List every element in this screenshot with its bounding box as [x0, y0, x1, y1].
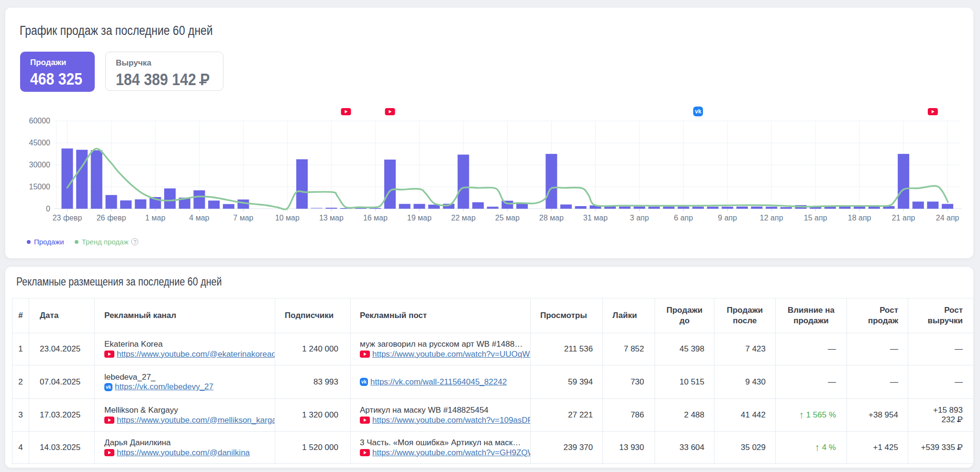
svg-text:13 мар: 13 мар: [319, 214, 344, 222]
svg-text:31 мар: 31 мар: [583, 214, 608, 222]
svg-text:vk: vk: [361, 379, 367, 384]
svg-text:45000: 45000: [29, 139, 51, 147]
svg-text:23 февр: 23 февр: [53, 214, 82, 222]
svg-text:3 апр: 3 апр: [630, 214, 649, 222]
svg-text:30000: 30000: [29, 161, 51, 169]
svg-text:0: 0: [46, 205, 50, 213]
svg-text:7 мар: 7 мар: [233, 214, 253, 222]
svg-text:60000: 60000: [29, 117, 51, 125]
svg-text:26 февр: 26 февр: [97, 214, 126, 222]
svg-text:28 мар: 28 мар: [539, 214, 564, 222]
svg-text:24 апр: 24 апр: [936, 214, 959, 222]
svg-text:22 мар: 22 мар: [451, 214, 476, 222]
svg-text:25 мар: 25 мар: [495, 214, 520, 222]
svg-text:6 апр: 6 апр: [674, 214, 693, 222]
svg-text:19 мар: 19 мар: [407, 214, 432, 222]
svg-text:18 апр: 18 апр: [848, 214, 871, 222]
svg-text:15 апр: 15 апр: [804, 214, 827, 222]
svg-text:15000: 15000: [29, 183, 51, 191]
svg-text:16 мар: 16 мар: [363, 214, 388, 222]
svg-text:12 апр: 12 апр: [760, 214, 783, 222]
svg-text:vk: vk: [106, 384, 111, 390]
svg-text:21 апр: 21 апр: [892, 214, 915, 222]
svg-text:4 мар: 4 мар: [189, 214, 209, 222]
svg-text:10 мар: 10 мар: [275, 214, 300, 222]
svg-text:1 мар: 1 мар: [145, 214, 165, 222]
svg-text:vk: vk: [695, 108, 702, 115]
svg-text:9 апр: 9 апр: [718, 214, 737, 222]
